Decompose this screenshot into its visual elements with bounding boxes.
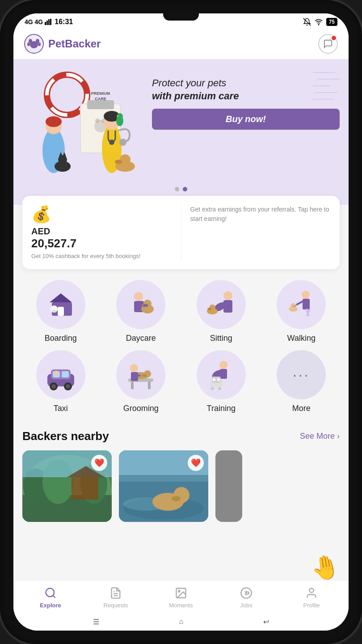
boarding-label: Boarding <box>45 334 77 343</box>
training-label: Training <box>207 404 236 413</box>
service-training[interactable]: Training <box>190 350 253 413</box>
backer-card-1[interactable]: ❤️ <box>22 450 112 522</box>
svg-line-85 <box>135 375 140 376</box>
wifi-icon <box>315 18 323 26</box>
see-more-link[interactable]: See More › <box>300 432 340 441</box>
grooming-illustration <box>123 357 159 393</box>
promo-banner[interactable]: PREMIUM CARE <box>13 59 349 205</box>
logo-area: PetBacker <box>24 34 101 54</box>
daycare-illustration <box>123 287 159 322</box>
more-label: More <box>292 404 311 413</box>
daycare-label: Daycare <box>126 334 156 343</box>
svg-point-10 <box>27 42 30 46</box>
nav-jobs[interactable]: Jobs <box>231 586 262 609</box>
svg-point-28 <box>46 116 62 127</box>
nav-profile[interactable]: Profile <box>296 586 327 609</box>
earnings-card[interactable]: 💰 AED 20,527.7 Get 10% cashback for ever… <box>22 196 340 269</box>
services-row-1: Boarding <box>21 280 341 343</box>
backer-1-heart[interactable]: ❤️ <box>91 455 107 471</box>
dot-2[interactable] <box>183 187 187 191</box>
backers-row: ❤️ <box>22 450 340 522</box>
svg-point-60 <box>207 308 212 310</box>
svg-point-49 <box>134 292 143 301</box>
logo-text: PetBacker <box>48 38 101 50</box>
service-taxi[interactable]: Taxi <box>29 350 92 413</box>
jobs-label: Jobs <box>240 602 252 609</box>
service-sitting[interactable]: Sitting <box>190 280 253 343</box>
service-daycare[interactable]: Daycare <box>109 280 172 343</box>
profile-label: Profile <box>303 602 320 609</box>
service-grooming[interactable]: Grooming <box>109 350 172 413</box>
earnings-cashback-note: Get 10% cashback for every 5th bookings! <box>31 252 172 260</box>
backer-card-2[interactable]: ❤️ <box>119 450 208 522</box>
bottom-nav: Explore Requests <box>13 580 349 613</box>
services-section: Boarding <box>13 269 349 425</box>
svg-point-38 <box>120 154 130 165</box>
svg-marker-45 <box>50 293 72 302</box>
service-boarding[interactable]: Boarding <box>29 280 92 343</box>
service-walking[interactable]: Walking <box>270 280 333 343</box>
svg-rect-113 <box>215 450 242 522</box>
taxi-illustration <box>43 357 79 393</box>
grooming-label: Grooming <box>123 404 159 413</box>
banner-title: Protect your pets with premium care <box>152 77 340 102</box>
svg-point-86 <box>219 361 227 369</box>
moments-icon <box>174 586 188 600</box>
dollar-circle-icon <box>240 587 253 599</box>
time-label: 16:31 <box>55 18 73 26</box>
more-icon-circle: ··· <box>277 350 326 399</box>
earnings-currency: AED <box>31 226 172 237</box>
svg-point-61 <box>302 291 310 299</box>
buy-now-button[interactable]: Buy now! <box>152 109 340 130</box>
money-icon: 💰 <box>31 205 172 224</box>
clipboard-icon <box>109 587 122 599</box>
svg-rect-88 <box>220 369 227 379</box>
walking-icon-circle <box>277 280 326 329</box>
earnings-right[interactable]: Get extra earnings from your referrals. … <box>181 205 331 260</box>
boarding-illustration <box>43 287 79 322</box>
svg-point-32 <box>119 139 126 146</box>
svg-point-11 <box>38 42 41 46</box>
svg-point-118 <box>178 590 180 592</box>
svg-rect-102 <box>72 477 98 500</box>
more-dots-icon: ··· <box>293 367 310 383</box>
sitting-illustration <box>203 287 239 322</box>
scroll-content[interactable]: PREMIUM CARE <box>13 59 349 580</box>
svg-point-43 <box>109 140 114 145</box>
svg-point-5 <box>318 24 319 25</box>
svg-point-91 <box>213 378 215 381</box>
nav-requests[interactable]: Requests <box>100 586 131 609</box>
svg-point-92 <box>217 378 220 381</box>
boarding-icon-circle <box>36 280 85 329</box>
nav-moments[interactable]: Moments <box>165 586 197 609</box>
backer-card-3[interactable] <box>215 450 242 522</box>
svg-rect-78 <box>131 382 134 389</box>
svg-text:PREMIUM: PREMIUM <box>91 91 110 96</box>
walking-illustration <box>283 287 319 322</box>
backer-2-heart[interactable]: ❤️ <box>188 455 204 471</box>
svg-rect-20 <box>87 100 114 109</box>
training-icon-circle <box>197 350 246 399</box>
home-indicator: ☰ ⌂ ↩ <box>13 613 349 631</box>
svg-point-82 <box>142 374 147 377</box>
walking-label: Walking <box>287 334 316 343</box>
services-row-2: Taxi <box>21 350 341 413</box>
chat-button[interactable] <box>318 34 338 54</box>
dot-1[interactable] <box>175 187 179 191</box>
svg-rect-93 <box>211 387 214 390</box>
sitting-icon-circle <box>197 280 246 329</box>
svg-rect-2 <box>48 19 50 25</box>
nav-explore[interactable]: Explore <box>35 586 66 609</box>
service-more[interactable]: ··· More <box>270 350 333 413</box>
svg-rect-79 <box>148 382 151 389</box>
svg-point-110 <box>172 496 181 501</box>
svg-point-114 <box>46 589 55 597</box>
grooming-icon-circle <box>116 350 165 399</box>
banner-dots <box>22 187 340 191</box>
deco-lines <box>313 68 340 104</box>
svg-rect-112 <box>119 475 208 480</box>
jobs-icon <box>239 586 253 600</box>
logo-icon <box>24 34 44 54</box>
status-signal: 4G 4G 16:31 <box>25 18 73 26</box>
svg-line-4 <box>303 18 311 26</box>
